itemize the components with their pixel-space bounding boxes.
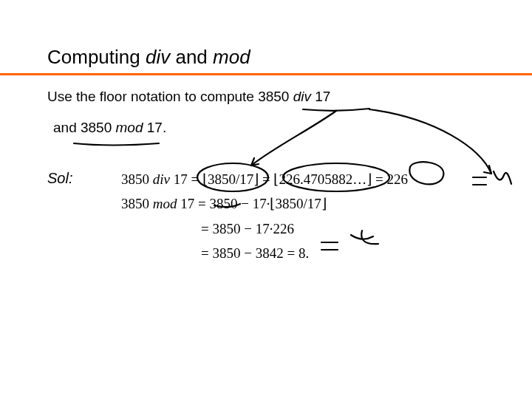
line1-pre: Use the floor notation to compute 3850 [47,89,293,104]
title-text-mid: and [170,46,213,68]
equals-right-icon [473,177,486,185]
eq-row-1: 3850 div 17 = ⌊3850/17⌋ = ⌊226.4705882…⌋… [121,168,408,190]
line1-div-word: div [293,89,311,104]
problem-line-1: Use the floor notation to compute 3850 d… [47,89,502,105]
line2-pre: and 3850 [53,120,116,135]
arrowhead-2-icon [484,166,491,174]
eq2-b: mod [153,196,177,211]
line1-post: 17 [311,89,330,104]
equation-stack: 3850 div 17 = ⌊3850/17⌋ = ⌊226.4705882…⌋… [121,168,408,267]
eq1-a: 3850 [121,171,153,187]
eq2-c: 17 = 3850 − 17·⌊3850/17⌋ [177,196,326,211]
slide-content: Use the floor notation to compute 3850 d… [47,89,502,155]
eq1-b: div [153,171,170,187]
title-underline [0,73,532,75]
title-text-pre: Computing [47,46,146,68]
circle-226-icon [409,162,443,184]
eq-row-3: = 3850 − 17·226 [121,218,408,239]
title-mod-word: mod [213,46,250,68]
eq-row-4: = 3850 − 3842 = 8. [121,242,408,264]
eq-row-2: 3850 mod 17 = 3850 − 17·⌊3850/17⌋ [121,193,408,214]
slide-title: Computing div and mod [0,46,532,73]
problem-line-2: and 3850 mod 17. [47,120,502,136]
scribble-v-icon [494,171,511,184]
arrowhead-1-icon [251,158,259,166]
line2-mod-word: mod [116,120,143,135]
eq2-a: 3850 [121,196,153,211]
solution-label: Sol: [47,170,72,187]
eq1-c: 17 = ⌊3850/17⌋ = ⌊226.4705882…⌋ = 226 [170,171,408,187]
title-div-word: div [146,46,170,68]
slide-header: Computing div and mod [0,46,532,75]
line2-post: 17. [143,120,167,135]
